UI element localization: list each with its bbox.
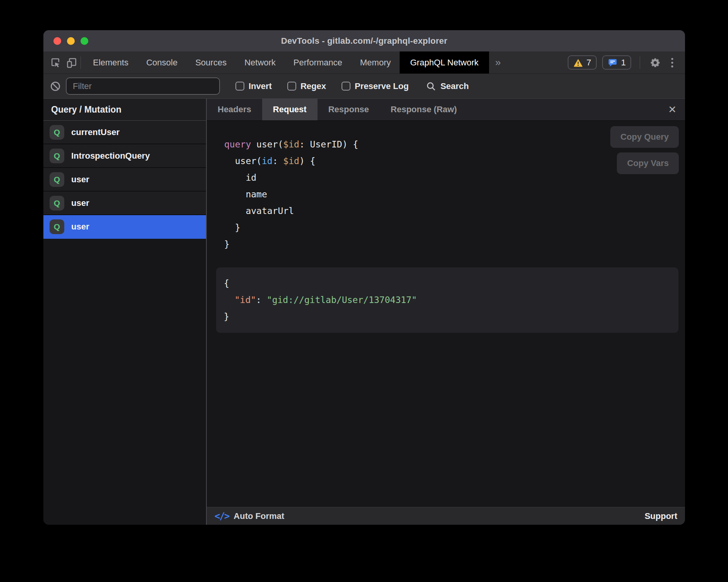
detail-footer: </> Auto Format Support xyxy=(207,507,685,525)
tab-headers[interactable]: Headers xyxy=(207,99,262,120)
more-tabs-button[interactable]: » xyxy=(489,51,507,74)
query-type-badge: Q xyxy=(50,196,64,211)
regex-checkbox[interactable] xyxy=(287,82,296,91)
query-list-item-label: user xyxy=(71,222,89,232)
device-toolbar-icon[interactable] xyxy=(66,57,77,68)
filter-input[interactable] xyxy=(66,77,220,95)
minimize-window-button[interactable] xyxy=(67,37,75,45)
query-list-item-label: currentUser xyxy=(71,127,120,137)
query-list-item-selected[interactable]: Q user xyxy=(43,215,206,239)
query-list-panel: Query / Mutation Q currentUser Q Introsp… xyxy=(43,99,206,525)
tab-memory[interactable]: Memory xyxy=(351,51,400,74)
support-link[interactable]: Support xyxy=(645,511,677,521)
title-bar: DevTools - gitlab.com/-/graphql-explorer xyxy=(43,30,685,51)
query-list-item-label: user xyxy=(71,175,89,185)
toolbar-separator xyxy=(81,56,81,69)
zoom-window-button[interactable] xyxy=(81,37,88,45)
preserve-log-label: Preserve Log xyxy=(355,81,409,91)
query-list-header: Query / Mutation xyxy=(43,99,206,121)
tab-response[interactable]: Response xyxy=(318,99,380,120)
search-control[interactable]: Search xyxy=(426,81,469,92)
tab-network[interactable]: Network xyxy=(235,51,285,74)
request-detail-panel: Headers Request Response Response (Raw) … xyxy=(207,99,685,525)
query-type-badge: Q xyxy=(50,219,64,234)
window-title: DevTools - gitlab.com/-/graphql-explorer xyxy=(281,36,447,46)
invert-checkbox-group[interactable]: Invert xyxy=(235,81,272,91)
tab-performance[interactable]: Performance xyxy=(285,51,351,74)
inspect-element-icon[interactable] xyxy=(50,57,61,68)
filter-bar: Invert Regex Preserve Log Search xyxy=(43,74,685,99)
traffic-lights xyxy=(53,30,88,51)
warning-icon xyxy=(573,58,583,68)
tab-graphql-network[interactable]: GraphQL Network xyxy=(400,51,489,74)
settings-gear-icon[interactable] xyxy=(649,56,662,69)
regex-checkbox-group[interactable]: Regex xyxy=(287,81,326,91)
close-window-button[interactable] xyxy=(53,37,61,45)
messages-badge[interactable]: 1 xyxy=(602,55,631,70)
close-detail-icon[interactable]: ✕ xyxy=(659,99,685,120)
block-requests-icon[interactable] xyxy=(50,80,61,92)
message-bubble-icon xyxy=(608,58,618,68)
auto-format-label: Auto Format xyxy=(234,511,284,521)
tab-response-raw[interactable]: Response (Raw) xyxy=(380,99,468,120)
search-label: Search xyxy=(440,81,469,91)
search-icon xyxy=(426,81,436,92)
tab-request[interactable]: Request xyxy=(262,99,318,120)
invert-checkbox[interactable] xyxy=(235,82,244,91)
query-variables-block: { "id": "gid://gitlab/User/13704317"} xyxy=(216,267,678,333)
query-list-item[interactable]: Q user xyxy=(43,192,206,215)
query-list-item-label: user xyxy=(71,198,89,208)
warnings-badge[interactable]: 7 xyxy=(568,55,597,70)
main-toolbar: Elements Console Sources Network Perform… xyxy=(43,51,685,74)
toolbar-separator xyxy=(640,56,640,69)
tab-console[interactable]: Console xyxy=(137,51,187,74)
preserve-log-checkbox-group[interactable]: Preserve Log xyxy=(342,81,409,91)
query-list-item[interactable]: Q IntrospectionQuery xyxy=(43,144,206,168)
copy-query-button[interactable]: Copy Query xyxy=(610,126,679,148)
copy-vars-button[interactable]: Copy Vars xyxy=(617,152,679,174)
query-type-badge: Q xyxy=(50,149,64,163)
tab-elements[interactable]: Elements xyxy=(84,51,137,74)
warning-count: 7 xyxy=(587,58,591,68)
query-type-badge: Q xyxy=(50,125,64,140)
code-brackets-icon: </> xyxy=(215,511,229,522)
regex-label: Regex xyxy=(300,81,326,91)
detail-tab-bar: Headers Request Response Response (Raw) … xyxy=(207,99,685,121)
request-content: query user($id: UserID) { user(id: $id) … xyxy=(207,121,685,507)
kebab-menu-icon[interactable] xyxy=(667,57,677,68)
query-list-item[interactable]: Q currentUser xyxy=(43,121,206,144)
query-type-badge: Q xyxy=(50,172,64,187)
query-list-item-label: IntrospectionQuery xyxy=(71,151,150,161)
auto-format-button[interactable]: </> Auto Format xyxy=(215,511,284,522)
message-count: 1 xyxy=(621,58,626,68)
devtools-window: DevTools - gitlab.com/-/graphql-explorer… xyxy=(43,30,685,525)
query-list-item[interactable]: Q user xyxy=(43,168,206,192)
invert-label: Invert xyxy=(249,81,272,91)
preserve-log-checkbox[interactable] xyxy=(342,82,350,91)
tab-sources[interactable]: Sources xyxy=(186,51,235,74)
